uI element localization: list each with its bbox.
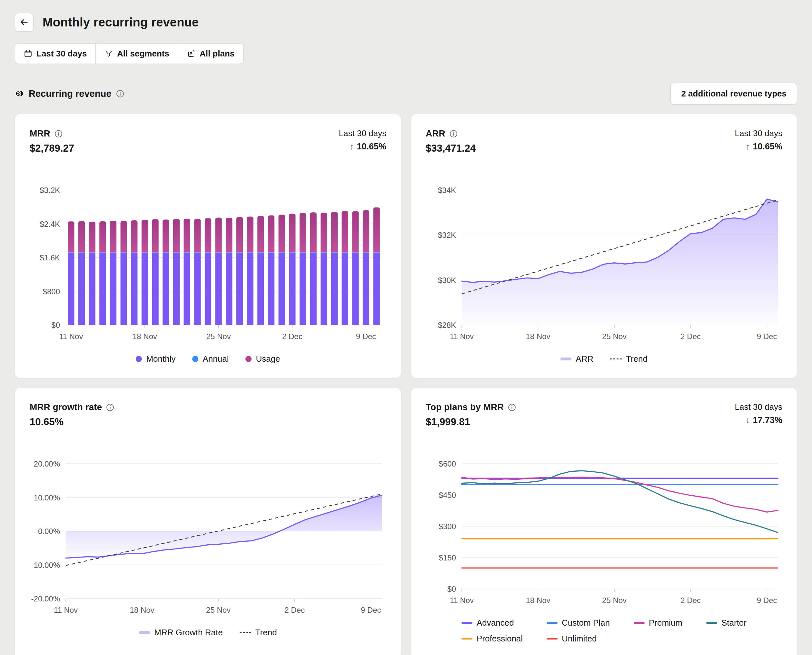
arrow-left-icon [20,18,29,27]
svg-text:9 Dec: 9 Dec [361,606,381,614]
svg-text:25 Nov: 25 Nov [602,596,626,605]
svg-text:$28K: $28K [438,321,456,329]
line-swatch-icon [462,638,473,640]
legend-item-premium[interactable]: Premium [634,618,682,628]
svg-text:0.00%: 0.00% [38,527,60,536]
line-swatch-icon [462,622,473,624]
legend-item-annual[interactable]: Annual [192,354,229,364]
svg-text:2 Dec: 2 Dec [680,596,701,605]
top-plans-line-chart[interactable]: $600$450$300$150$011 Nov18 Nov25 Nov2 De… [426,458,782,608]
mrr-bar-chart[interactable]: $3.2K$2.4K$1.6K$800$011 Nov18 Nov25 Nov2… [30,185,386,344]
section-title: Recurring revenue [29,88,111,99]
legend-label: Monthly [146,354,175,364]
svg-text:$150: $150 [439,554,456,562]
svg-text:$1.6K: $1.6K [40,253,60,262]
mrr-change: ↑ 10.65% [339,141,386,152]
legend-label: Advanced [477,618,514,628]
plans-filter[interactable]: All plans [178,43,244,64]
svg-text:$0: $0 [51,321,60,329]
date-range-label: Last 30 days [37,49,87,59]
legend-label: Usage [256,354,280,364]
info-icon[interactable] [116,90,124,98]
coins-icon [15,89,24,98]
legend-label: ARR [576,354,593,364]
section-row: Recurring revenue 2 additional revenue t… [15,83,797,105]
funnel-icon [104,49,113,58]
svg-text:11 Nov: 11 Nov [450,332,474,341]
svg-text:$30K: $30K [438,276,456,284]
legend-item-professional[interactable]: Professional [462,634,523,644]
plans-icon [187,49,195,58]
arr-value: $33,471.24 [426,143,476,154]
legend-item-starter[interactable]: Starter [706,618,746,628]
legend-label: Professional [477,634,523,644]
mrr-period-label: Last 30 days [339,128,386,138]
segments-filter[interactable]: All segments [95,43,178,64]
svg-text:18 Nov: 18 Nov [130,606,155,614]
page-title: Monthly recurring revenue [43,15,199,29]
arr-title: ARR [426,128,445,139]
arrow-up-icon: ↑ [350,141,354,152]
svg-text:$3.2K: $3.2K [40,186,60,195]
svg-text:18 Nov: 18 Nov [526,596,551,605]
legend-item-mrr-growth-rate[interactable]: MRR Growth Rate [139,627,223,638]
svg-text:2 Dec: 2 Dec [282,332,302,341]
legend-item-advanced[interactable]: Advanced [462,618,523,628]
legend-item-trend[interactable]: Trend [239,627,277,638]
segments-label: All segments [117,49,169,59]
svg-text:25 Nov: 25 Nov [206,332,231,341]
topbar: Monthly recurring revenue [15,13,797,32]
legend-item-trend[interactable]: Trend [610,354,648,364]
arr-change: ↑ 10.65% [735,141,782,152]
svg-text:-20.00%: -20.00% [31,594,60,603]
legend-item-custom-plan[interactable]: Custom Plan [546,618,610,628]
mrr-card: MRR $2,789.27 Last 30 days ↑ 10.65% $3.2… [15,114,401,378]
mrr-growth-info-icon[interactable] [106,403,114,411]
svg-text:25 Nov: 25 Nov [206,606,230,614]
back-button[interactable] [15,13,34,32]
arr-area-chart[interactable]: $34K$32K$30K$28K11 Nov18 Nov25 Nov2 Dec9… [426,185,782,344]
line-swatch-icon [546,622,557,624]
legend-label: Custom Plan [562,618,610,628]
svg-text:10.00%: 10.00% [34,494,60,502]
svg-text:11 Nov: 11 Nov [450,596,474,605]
svg-text:11 Nov: 11 Nov [59,332,83,341]
dash-swatch-icon [610,358,622,360]
arr-card: ARR $33,471.24 Last 30 days ↑ 10.65% $34… [411,114,797,378]
mrr-info-icon[interactable] [55,130,63,138]
dot-swatch-icon [192,356,198,362]
mrr-value: $2,789.27 [30,143,74,154]
mrr-growth-legend: MRR Growth RateTrend [30,627,386,638]
dot-swatch-icon [136,356,142,362]
svg-text:$34K: $34K [438,186,456,195]
svg-text:9 Dec: 9 Dec [757,596,777,605]
plans-label: All plans [200,49,235,59]
legend-item-unlimited[interactable]: Unlimited [546,634,610,644]
date-range-filter[interactable]: Last 30 days [15,43,96,64]
mrr-growth-area-chart[interactable]: 20.00%10.00%0.00%-10.00%-20.00%11 Nov18 … [30,458,386,618]
top-plans-card: Top plans by MRR $1,999.81 Last 30 days … [411,388,797,655]
arr-legend: ARRTrend [426,354,782,364]
dash-swatch-icon [239,632,251,633]
svg-text:11 Nov: 11 Nov [54,606,78,614]
legend-item-monthly[interactable]: Monthly [136,354,175,364]
arr-period-label: Last 30 days [735,128,782,138]
arr-info-icon[interactable] [450,130,457,138]
top-plans-change: ↓ 17.73% [735,415,782,425]
additional-revenue-types-button[interactable]: 2 additional revenue types [671,83,797,105]
line-swatch-icon [634,622,645,624]
legend-label: Trend [255,627,277,638]
top-plans-info-icon[interactable] [508,403,516,411]
legend-item-arr[interactable]: ARR [560,354,593,364]
svg-text:9 Dec: 9 Dec [757,332,777,341]
svg-text:20.00%: 20.00% [34,460,60,468]
legend-label: Annual [203,354,229,364]
svg-text:$600: $600 [439,460,456,468]
svg-text:9 Dec: 9 Dec [356,332,376,341]
mrr-growth-value: 10.65% [30,416,114,428]
calendar-icon [24,49,32,58]
page: Monthly recurring revenue Last 30 days A… [0,0,812,655]
filter-bar: Last 30 days All segments All plans [15,43,244,64]
legend-item-usage[interactable]: Usage [246,354,280,364]
arr-change-value: 10.65% [753,141,782,152]
